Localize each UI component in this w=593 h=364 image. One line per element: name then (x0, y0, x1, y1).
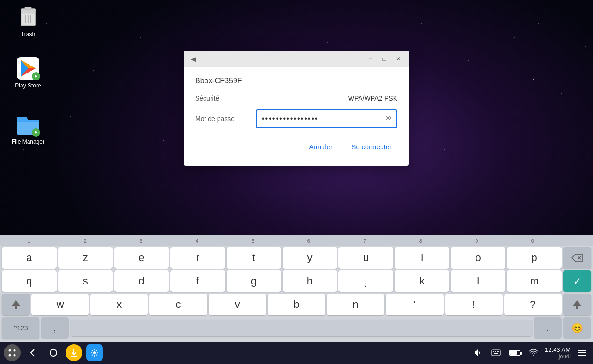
dialog-close-button[interactable]: ✕ (392, 53, 405, 65)
dialog-password-label: Mot de passe (195, 115, 256, 123)
key-7[interactable]: 7 (337, 237, 392, 245)
key-u[interactable]: u (338, 247, 393, 269)
dialog-back-button[interactable]: ◀ (188, 53, 199, 65)
key-m[interactable]: m (507, 270, 562, 292)
key-8[interactable]: 8 (394, 237, 448, 245)
svg-rect-24 (495, 351, 496, 352)
key-0[interactable]: 0 (505, 237, 560, 245)
password-visibility-toggle[interactable]: 👁 (384, 115, 392, 123)
keyboard-numbers-row: 1 2 3 4 5 6 7 8 9 0 (0, 235, 593, 246)
key-c[interactable]: c (149, 294, 207, 315)
key-h[interactable]: h (283, 270, 337, 292)
key-2[interactable]: 2 (58, 237, 113, 245)
key-k[interactable]: k (395, 270, 449, 292)
dialog-titlebar: ◀ − □ ✕ (184, 51, 409, 67)
key-l[interactable]: l (451, 270, 505, 292)
key-6[interactable]: 6 (282, 237, 337, 245)
shift-right-key[interactable] (563, 294, 591, 315)
numeric-switch-key[interactable]: ?123 (2, 317, 39, 339)
backspace-key[interactable] (563, 247, 591, 269)
period-key[interactable]: . (534, 317, 562, 339)
emoji-key[interactable]: 😊 (563, 317, 591, 339)
keyboard-row-3: w x c v b n ' ! ? (0, 293, 593, 316)
comma-key[interactable]: , (41, 317, 69, 339)
svg-point-16 (14, 349, 16, 352)
svg-marker-11 (35, 75, 37, 78)
key-q[interactable]: q (2, 270, 57, 292)
key-p[interactable]: p (507, 247, 562, 269)
keyboard-bottom-row: ?123 , . 😊 (0, 316, 593, 342)
dialog-content: Bbox-CF359F Sécurité WPA/WPA2 PSK Mot de… (184, 67, 409, 166)
desktop-icon-trash[interactable]: Trash (9, 5, 47, 37)
taskbar-menu-button[interactable] (574, 345, 589, 360)
dialog-security-value: WPA/WPA2 PSK (256, 95, 397, 102)
key-w[interactable]: w (31, 294, 89, 315)
key-5[interactable]: 5 (226, 237, 280, 245)
key-4[interactable]: 4 (170, 237, 225, 245)
key-d[interactable]: d (114, 270, 169, 292)
key-b[interactable]: b (268, 294, 325, 315)
svg-point-18 (14, 354, 16, 357)
taskbar-settings-button[interactable] (86, 344, 103, 361)
dialog-maximize-button[interactable]: □ (378, 53, 391, 65)
svg-rect-25 (497, 351, 498, 352)
key-9[interactable]: 9 (449, 237, 504, 245)
key-s[interactable]: s (58, 270, 113, 292)
keyboard-row-1: a z e r t y u i o p (0, 246, 593, 269)
taskbar-speaker-icon[interactable] (470, 345, 485, 360)
key-e[interactable]: e (114, 247, 169, 269)
cancel-button[interactable]: Annuler (304, 139, 338, 154)
filemanager-badge (32, 128, 40, 137)
svg-point-17 (9, 354, 11, 357)
taskbar-day: jeudi (545, 353, 571, 360)
key-f[interactable]: f (170, 270, 225, 292)
taskbar-battery-icon (507, 345, 522, 360)
spacebar-key[interactable] (70, 320, 532, 336)
key-v[interactable]: v (209, 294, 266, 315)
key-apostrophe[interactable]: ' (386, 294, 443, 315)
svg-rect-2 (25, 7, 31, 10)
svg-point-21 (93, 351, 96, 354)
key-1[interactable]: 1 (2, 237, 57, 245)
password-dots: •••••••••••••••• (262, 115, 384, 123)
key-y[interactable]: y (283, 247, 337, 269)
shift-left-key[interactable] (2, 294, 30, 315)
taskbar-right: 12:43 AM jeudi (470, 345, 589, 360)
key-x[interactable]: x (90, 294, 148, 315)
key-n[interactable]: n (327, 294, 384, 315)
taskbar: 12:43 AM jeudi (0, 342, 593, 364)
keyboard: 1 2 3 4 5 6 7 8 9 0 a z e r t y u i o (0, 235, 593, 342)
key-z[interactable]: z (58, 247, 113, 269)
wifi-dialog: ◀ − □ ✕ Bbox-CF359F Sécurité WPA/WPA2 PS… (184, 51, 409, 166)
connect-button[interactable]: Se connecter (346, 139, 397, 154)
key-exclamation[interactable]: ! (445, 294, 503, 315)
taskbar-download-button[interactable] (66, 344, 82, 361)
taskbar-wifi-icon[interactable] (526, 345, 541, 360)
taskbar-back-button[interactable] (24, 344, 41, 361)
playstore-badge (32, 72, 40, 80)
key-i[interactable]: i (395, 247, 449, 269)
taskbar-keyboard-icon[interactable] (489, 345, 504, 360)
taskbar-clock: 12:43 AM jeudi (545, 346, 571, 360)
dialog-minimize-button[interactable]: − (364, 53, 377, 65)
taskbar-left (4, 344, 103, 361)
key-question[interactable]: ? (504, 294, 562, 315)
password-input-container[interactable]: •••••••••••••••• 👁 (256, 109, 397, 128)
key-j[interactable]: j (338, 270, 393, 292)
playstore-icon (16, 56, 40, 80)
desktop-icon-playstore[interactable]: Play Store (9, 56, 47, 89)
taskbar-home-button[interactable] (45, 344, 62, 361)
key-o[interactable]: o (451, 247, 505, 269)
enter-check-key[interactable]: ✓ (563, 270, 591, 292)
dialog-security-row: Sécurité WPA/WPA2 PSK (195, 95, 397, 102)
trash-icon (16, 5, 40, 29)
key-g[interactable]: g (227, 270, 281, 292)
key-t[interactable]: t (227, 247, 281, 269)
desktop-icon-filemanager[interactable]: File Manager (9, 112, 47, 145)
key-a[interactable]: a (2, 247, 57, 269)
svg-point-15 (9, 349, 11, 352)
key-r[interactable]: r (170, 247, 225, 269)
key-3[interactable]: 3 (114, 237, 168, 245)
taskbar-launcher-button[interactable] (4, 344, 21, 361)
playstore-icon-label: Play Store (15, 82, 41, 89)
